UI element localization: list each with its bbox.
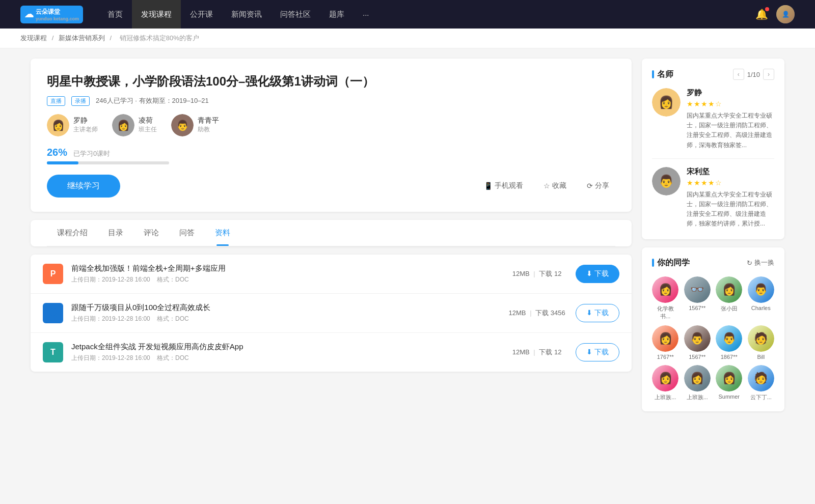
classmate-item-2: 👩 张小田 [716,276,743,320]
teacher-name-2: 青青平 [198,116,219,125]
progress-section: 26% 已学习0课时 [47,147,615,164]
teachers-panel-title: 名师 [652,69,673,80]
resource-name-2: Jetpack全组件实战 开发短视频应用高仿皮皮虾App [71,342,498,352]
breadcrumb-link-series[interactable]: 新媒体营销系列 [59,34,105,42]
resource-meta-2: 上传日期：2019-12-28 16:00 格式：DOC [71,354,498,362]
classmate-avatar-1: 👓 [684,276,711,303]
resource-stats-2: 12MB | 下载 12 [506,348,567,357]
course-meta-text: 246人已学习 · 有效期至：2019–10–21 [96,96,209,105]
mobile-view-button[interactable]: 📱 手机观看 [478,177,529,194]
download-button-1[interactable]: ⬇ 下载 [576,304,619,322]
resource-item-1: 👤 跟随千万级项目从0到100全过程高效成长 上传日期：2019-12-28 1… [31,294,632,333]
teacher-name-0: 罗静 [73,116,98,125]
nav-item-more[interactable]: ··· [354,0,378,29]
nav-right: 🔔 👤 [755,5,795,23]
classmate-item-11: 🧑 云下丁... [748,365,775,401]
teacher-panel-avatar-0: 👩 [652,88,681,117]
star-icon: ☆ [544,182,550,190]
progress-percent: 26% [47,147,67,158]
teacher-avatar-1: 👩 [112,114,134,136]
tab-review[interactable]: 评论 [133,220,169,246]
resource-meta-0: 上传日期：2019-12-28 16:00 格式：DOC [71,275,498,284]
classmate-item-8: 👩 上班族... [652,365,679,401]
tab-resources[interactable]: 资料 [205,220,240,246]
resource-stats-0: 12MB | 下载 12 [506,269,567,278]
collect-button[interactable]: ☆ 收藏 [537,177,573,194]
classmate-avatar-8: 👩 [652,365,678,391]
resource-info-2: Jetpack全组件实战 开发短视频应用高仿皮皮虾App 上传日期：2019-1… [71,342,498,362]
refresh-label: 换一换 [754,258,774,267]
navbar: ☁ 云朵课堂 yunduo ketang.com 首页 发现课程 公开课 新闻资… [0,0,815,29]
tag-record: 录播 [71,96,90,106]
teachers-panel-nav: ‹ 1/10 › [733,69,774,80]
teacher-info-0: 罗静 主讲老师 [73,116,98,134]
teacher-panel-stars-0: ★★★★☆ [687,100,774,108]
nav-item-home[interactable]: 首页 [98,0,132,29]
teachers-page: 1/10 [747,71,760,78]
resource-info-1: 跟随千万级项目从0到100全过程高效成长 上传日期：2019-12-28 16:… [71,303,498,323]
teacher-role-2: 助教 [198,125,219,134]
teacher-panel-avatar-1: 👨 [652,167,681,195]
notification-bell[interactable]: 🔔 [755,8,768,20]
breadcrumb: 发现课程 / 新媒体营销系列 / 销冠修炼术搞定80%的客户 [0,29,815,48]
classmate-avatar-7: 🧑 [748,325,774,352]
teacher-avatar-0: 👩 [47,114,69,136]
resource-item-2: T Jetpack全组件实战 开发短视频应用高仿皮皮虾App 上传日期：2019… [31,333,632,372]
panel-divider [652,158,774,159]
teacher-panel-info-1: 宋利坚 ★★★★☆ 国内某重点大学安全工程专业硕士，国家一级注册消防工程师、注册… [687,167,774,229]
classmate-avatar-4: 👩 [652,325,678,352]
tab-qa[interactable]: 问答 [169,220,205,246]
nav-item-exam[interactable]: 题库 [320,0,354,29]
left-column: 明星中教授课，小学阶段语法100分–强化级第1讲动词（一） 直播 录播 246人… [31,59,632,419]
teacher-info-2: 青青平 助教 [198,116,219,134]
tab-catalog[interactable]: 目录 [98,220,133,246]
nav-item-news[interactable]: 新闻资讯 [222,0,271,29]
classmates-header: 你的同学 ↻ 换一换 [652,258,774,268]
resource-name-1: 跟随千万级项目从0到100全过程高效成长 [71,303,498,313]
continue-study-button[interactable]: 继续学习 [47,175,120,198]
course-meta: 直播 录播 246人已学习 · 有效期至：2019–10–21 [47,96,615,106]
classmate-name-4: 1767** [657,354,674,360]
classmates-grid: 👩 化学教书... 👓 1567** 👩 张小田 [652,276,774,401]
teacher-panel-item-1: 👨 宋利坚 ★★★★☆ 国内某重点大学安全工程专业硕士，国家一级注册消防工程师、… [652,167,774,229]
teachers-next-button[interactable]: › [763,69,774,80]
breadcrumb-sep1: / [52,34,56,42]
classmate-avatar-3: 👨 [748,276,774,303]
tag-live: 直播 [47,96,65,106]
teacher-info-1: 凌荷 班主任 [139,116,157,134]
classmate-avatar-11: 🧑 [748,365,774,391]
classmate-avatar-0: 👩 [652,276,678,303]
teacher-panel-name-0: 罗静 [687,88,774,98]
course-header-card: 明星中教授课，小学阶段语法100分–强化级第1讲动词（一） 直播 录播 246人… [31,59,632,212]
tab-intro[interactable]: 课程介绍 [47,220,98,246]
teachers-prev-button[interactable]: ‹ [733,69,744,80]
breadcrumb-current: 销冠修炼术搞定80%的客户 [120,34,199,42]
resource-icon-0: P [43,264,63,284]
nav-item-open[interactable]: 公开课 [181,0,222,29]
share-icon: ⟳ [587,182,593,190]
user-avatar-nav[interactable]: 👤 [776,5,795,23]
download-button-0[interactable]: ⬇ 下载 [576,265,619,283]
classmate-item-1: 👓 1567** [684,276,711,320]
teacher-role-1: 班主任 [139,125,157,134]
breadcrumb-link-discover[interactable]: 发现课程 [20,34,47,42]
nav-item-qa[interactable]: 问答社区 [271,0,320,29]
classmate-avatar-9: 👩 [684,365,711,391]
classmate-name-9: 上班族... [687,394,708,401]
teacher-item-0: 👩 罗静 主讲老师 [47,114,98,136]
share-button[interactable]: ⟳ 分享 [581,177,615,194]
progress-label: 已学习0课时 [73,150,110,157]
classmate-name-6: 1867** [721,354,738,360]
teacher-panel-stars-1: ★★★★☆ [687,179,774,187]
teacher-panel-info-0: 罗静 ★★★★☆ 国内某重点大学安全工程专业硕士，国家一级注册消防工程师、注册安… [687,88,774,150]
resource-icon-1: 👤 [43,303,63,323]
classmates-title: 你的同学 [652,258,690,268]
nav-items: 首页 发现课程 公开课 新闻资讯 问答社区 题库 ··· [98,0,378,29]
collect-label: 收藏 [552,181,566,190]
nav-item-discover[interactable]: 发现课程 [132,0,181,29]
refresh-classmates-button[interactable]: ↻ 换一换 [747,258,774,267]
logo[interactable]: ☁ 云朵课堂 yunduo ketang.com [20,6,83,23]
download-button-2[interactable]: ⬇ 下载 [576,343,619,361]
tabs-card: 课程介绍 目录 评论 问答 资料 [31,220,632,246]
classmate-item-4: 👩 1767** [652,325,679,360]
